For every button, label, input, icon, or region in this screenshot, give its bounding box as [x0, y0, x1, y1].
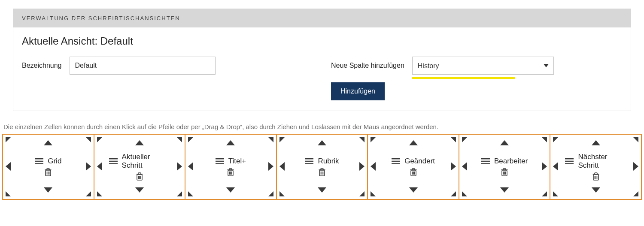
corner-bottom-left-icon[interactable]	[371, 190, 377, 196]
form-row: Bezeichnung Neue Spalte hinzufügen Histo…	[22, 57, 622, 100]
add-column-button[interactable]: Hinzufügen	[331, 82, 385, 100]
cell-center: Geändert	[392, 157, 435, 177]
arrow-right-icon[interactable]	[86, 162, 91, 172]
drag-handle-icon[interactable]	[216, 158, 224, 165]
corner-top-right-icon[interactable]	[267, 137, 273, 144]
drag-handle-icon[interactable]	[305, 158, 313, 165]
svg-marker-27	[188, 137, 193, 142]
corner-bottom-right-icon[interactable]	[175, 190, 182, 196]
corner-top-right-icon[interactable]	[84, 137, 91, 144]
cell-center: Aktueller Schritt	[109, 153, 170, 181]
corner-bottom-left-icon[interactable]	[462, 190, 469, 196]
drag-handle-icon[interactable]	[565, 158, 574, 165]
arrow-up-icon[interactable]	[44, 140, 52, 147]
column-cell[interactable]: Rubrik	[277, 135, 368, 199]
panel-body: Aktuelle Ansicht: Default Bezeichnung Ne…	[13, 27, 631, 111]
arrow-down-icon[interactable]	[135, 187, 144, 194]
column-cell[interactable]: Nächster Schritt	[550, 135, 641, 199]
svg-rect-83	[565, 163, 574, 165]
arrow-right-icon[interactable]	[633, 162, 638, 172]
svg-rect-69	[481, 161, 490, 162]
corner-bottom-left-icon[interactable]	[6, 190, 12, 196]
column-cell[interactable]: Titel+	[185, 135, 277, 199]
corner-top-left-icon[interactable]	[279, 137, 286, 144]
cell-center: Rubrik	[305, 157, 339, 177]
form-group-add-column: Neue Spalte hinzufügen History Hinzufüge…	[331, 57, 554, 100]
arrow-left-icon[interactable]	[279, 162, 285, 172]
corner-top-left-icon[interactable]	[188, 137, 195, 144]
svg-marker-1	[6, 137, 11, 142]
corner-top-left-icon[interactable]	[553, 137, 560, 144]
corner-top-right-icon[interactable]	[175, 137, 182, 144]
trash-icon[interactable]	[592, 172, 600, 181]
corner-bottom-left-icon[interactable]	[188, 190, 195, 196]
arrow-right-icon[interactable]	[268, 162, 273, 172]
name-label: Bezeichnung	[22, 62, 62, 69]
svg-rect-82	[565, 161, 574, 162]
corner-top-left-icon[interactable]	[371, 137, 377, 144]
corner-bottom-left-icon[interactable]	[279, 190, 286, 196]
corner-top-left-icon[interactable]	[462, 137, 469, 144]
arrow-down-icon[interactable]	[500, 187, 509, 194]
arrow-up-icon[interactable]	[318, 140, 326, 147]
name-input[interactable]	[70, 57, 216, 75]
column-cell[interactable]: Grid	[3, 135, 94, 199]
arrow-down-icon[interactable]	[226, 187, 235, 194]
trash-icon[interactable]	[44, 168, 52, 177]
drag-handle-icon[interactable]	[109, 158, 118, 165]
corner-bottom-right-icon[interactable]	[449, 190, 456, 196]
column-cell[interactable]: Aktueller Schritt	[94, 135, 186, 199]
svg-marker-12	[6, 191, 11, 196]
add-column-select[interactable]: History	[412, 57, 554, 75]
arrow-right-icon[interactable]	[177, 162, 182, 172]
arrow-down-icon[interactable]	[318, 187, 326, 194]
arrow-left-icon[interactable]	[188, 162, 193, 172]
corner-top-left-icon[interactable]	[97, 137, 104, 144]
arrow-left-icon[interactable]	[6, 162, 11, 172]
arrow-up-icon[interactable]	[226, 140, 235, 147]
svg-marker-14	[97, 137, 102, 142]
corner-bottom-left-icon[interactable]	[97, 190, 104, 196]
trash-icon[interactable]	[410, 168, 417, 177]
svg-marker-41	[359, 137, 365, 142]
arrow-left-icon[interactable]	[371, 162, 376, 172]
corner-top-right-icon[interactable]	[449, 137, 456, 144]
corner-bottom-left-icon[interactable]	[553, 190, 560, 196]
arrow-right-icon[interactable]	[359, 162, 365, 172]
arrow-up-icon[interactable]	[592, 140, 600, 147]
column-cell[interactable]: Geändert	[368, 135, 459, 199]
corner-bottom-right-icon[interactable]	[358, 190, 365, 196]
corner-bottom-right-icon[interactable]	[632, 190, 638, 196]
corner-bottom-right-icon[interactable]	[267, 190, 273, 196]
arrow-left-icon[interactable]	[97, 162, 102, 172]
corner-top-left-icon[interactable]	[6, 137, 12, 144]
trash-icon[interactable]	[136, 172, 143, 181]
trash-icon[interactable]	[227, 168, 234, 177]
corner-bottom-right-icon[interactable]	[84, 190, 91, 196]
column-cell[interactable]: Bearbeiter	[459, 135, 551, 199]
cell-center: Titel+	[216, 157, 246, 177]
arrow-up-icon[interactable]	[409, 140, 418, 147]
arrow-right-icon[interactable]	[542, 162, 547, 172]
corner-top-right-icon[interactable]	[632, 137, 638, 144]
corner-bottom-right-icon[interactable]	[540, 190, 547, 196]
arrow-right-icon[interactable]	[451, 162, 456, 172]
drag-handle-icon[interactable]	[35, 158, 43, 165]
svg-rect-50	[321, 169, 323, 170]
svg-marker-40	[279, 137, 285, 142]
arrow-left-icon[interactable]	[462, 162, 467, 172]
svg-marker-90	[553, 191, 558, 196]
svg-rect-68	[481, 158, 490, 160]
drag-handle-icon[interactable]	[481, 158, 490, 165]
arrow-down-icon[interactable]	[592, 187, 600, 194]
drag-handle-icon[interactable]	[392, 158, 400, 165]
arrow-down-icon[interactable]	[409, 187, 418, 194]
corner-top-right-icon[interactable]	[540, 137, 547, 144]
trash-icon[interactable]	[318, 168, 326, 177]
arrow-left-icon[interactable]	[553, 162, 558, 172]
arrow-down-icon[interactable]	[44, 187, 52, 194]
trash-icon[interactable]	[501, 168, 508, 177]
arrow-up-icon[interactable]	[135, 140, 144, 147]
corner-top-right-icon[interactable]	[358, 137, 365, 144]
arrow-up-icon[interactable]	[500, 140, 509, 147]
